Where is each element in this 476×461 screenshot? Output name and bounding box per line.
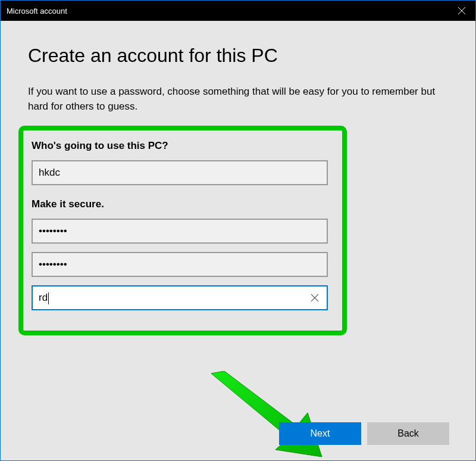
- username-label: Who's going to use this PC?: [32, 140, 334, 152]
- close-button[interactable]: [448, 1, 475, 21]
- password-confirm-value: ••••••••: [39, 258, 67, 270]
- clear-hint-button[interactable]: [308, 291, 322, 305]
- dialog-window: Microsoft account Create an account for …: [0, 0, 476, 461]
- password-value: ••••••••: [39, 225, 67, 237]
- clear-icon: [311, 294, 319, 302]
- page-description: If you want to use a password, choose so…: [28, 85, 448, 114]
- content-area: Create an account for this PC If you wan…: [1, 21, 475, 460]
- username-value: hkdc: [39, 167, 60, 179]
- footer-buttons: Next Back: [279, 422, 449, 445]
- page-title: Create an account for this PC: [28, 45, 448, 67]
- password-input[interactable]: ••••••••: [32, 219, 328, 244]
- next-button[interactable]: Next: [279, 422, 361, 445]
- password-confirm-input[interactable]: ••••••••: [32, 252, 328, 277]
- text-caret: [48, 292, 49, 304]
- titlebar: Microsoft account: [1, 1, 475, 21]
- password-hint-value: rd: [39, 292, 48, 303]
- password-section-label: Make it secure.: [32, 198, 334, 210]
- window-title: Microsoft account: [7, 7, 67, 15]
- username-input[interactable]: hkdc: [32, 160, 328, 185]
- password-hint-input[interactable]: rd: [32, 285, 328, 310]
- arrow-annotation: [202, 371, 333, 461]
- back-button[interactable]: Back: [367, 422, 449, 445]
- form-highlight-annotation: Who's going to use this PC? hkdc Make it…: [18, 126, 347, 335]
- close-icon: [458, 7, 465, 14]
